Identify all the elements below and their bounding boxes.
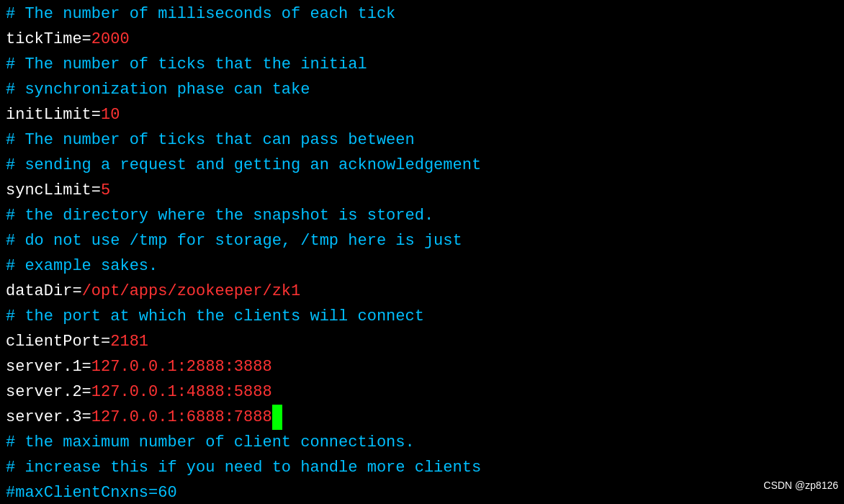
code-editor: # The number of milliseconds of each tic… (0, 0, 844, 504)
code-line: # The number of milliseconds of each tic… (6, 1, 838, 27)
code-line: server.1=127.0.0.1:2888:3888 (6, 354, 838, 379)
code-text: dataDir= (6, 279, 82, 304)
code-line: # increase this if you need to handle mo… (6, 455, 838, 480)
code-text: # example sakes. (6, 253, 158, 279)
code-text: 2000 (91, 27, 130, 52)
code-line: # do not use /tmp for storage, /tmp here… (6, 228, 838, 253)
code-text: # sending a request and getting an ackno… (6, 153, 481, 178)
code-text: server.3= (6, 405, 91, 430)
code-text: 127.0.0.1:2888:3888 (91, 354, 272, 379)
code-line: # the directory where the snapshot is st… (6, 203, 838, 228)
code-text: # The number of ticks that can pass betw… (6, 127, 415, 153)
code-text: 2181 (110, 329, 148, 354)
code-line: server.2=127.0.0.1:4888:5888 (6, 379, 838, 405)
code-text: 127.0.0.1:6888:7888 (91, 405, 272, 430)
code-text: #maxClientCnxns=60 (6, 480, 177, 504)
code-text: syncLimit= (6, 178, 101, 203)
code-text: 10 (101, 102, 120, 127)
cursor (272, 405, 282, 430)
code-text: tickTime= (6, 27, 91, 52)
code-text: initLimit= (6, 102, 101, 127)
code-text: # The number of milliseconds of each tic… (6, 1, 395, 27)
code-text: # increase this if you need to handle mo… (6, 455, 481, 480)
code-line: server.3=127.0.0.1:6888:7888 (6, 405, 838, 430)
code-text: # the directory where the snapshot is st… (6, 203, 434, 228)
watermark: CSDN @zp8126 (763, 473, 838, 498)
code-text: # The number of ticks that the initial (6, 52, 367, 77)
code-text: # synchronization phase can take (6, 77, 310, 102)
code-text: clientPort= (6, 329, 110, 354)
code-line: # the port at which the clients will con… (6, 304, 838, 329)
code-line: # The number of ticks that can pass betw… (6, 127, 838, 153)
code-text: 127.0.0.1:4888:5888 (91, 379, 272, 405)
code-line: # the maximum number of client connectio… (6, 430, 838, 455)
code-line: initLimit=10 (6, 102, 838, 127)
code-text: # the port at which the clients will con… (6, 304, 424, 329)
code-line: dataDir=/opt/apps/zookeeper/zk1 (6, 279, 838, 304)
code-line: syncLimit=5 (6, 178, 838, 203)
code-line: #maxClientCnxns=60 (6, 480, 838, 504)
code-text: # do not use /tmp for storage, /tmp here… (6, 228, 462, 253)
code-line: # The number of ticks that the initial (6, 52, 838, 77)
code-line: # example sakes. (6, 253, 838, 279)
code-text: server.2= (6, 379, 91, 405)
code-line: tickTime=2000 (6, 27, 838, 52)
code-line: # sending a request and getting an ackno… (6, 153, 838, 178)
code-line: clientPort=2181 (6, 329, 838, 354)
code-text: # the maximum number of client connectio… (6, 430, 415, 455)
code-text: /opt/apps/zookeeper/zk1 (82, 279, 301, 304)
code-line: # synchronization phase can take (6, 77, 838, 102)
code-text: 5 (101, 178, 110, 203)
code-text: server.1= (6, 354, 91, 379)
